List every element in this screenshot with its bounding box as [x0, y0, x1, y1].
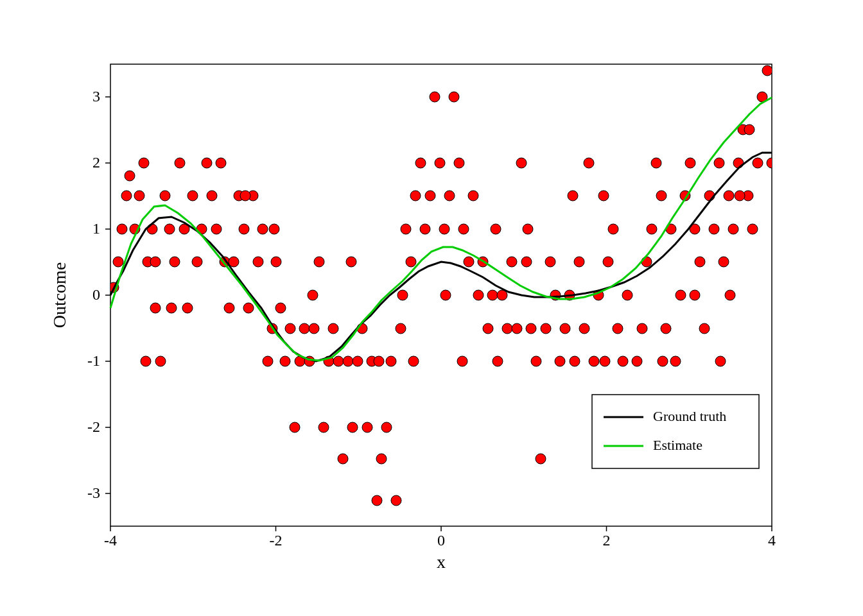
svg-point-20: [192, 257, 202, 267]
svg-point-158: [658, 356, 668, 366]
svg-point-81: [483, 323, 493, 334]
svg-point-90: [526, 323, 536, 334]
svg-point-52: [343, 356, 353, 366]
svg-point-18: [182, 303, 193, 313]
svg-point-5: [125, 171, 135, 181]
svg-point-151: [440, 290, 451, 300]
svg-point-78: [468, 191, 478, 201]
svg-point-61: [386, 356, 396, 366]
svg-point-71: [435, 158, 445, 168]
svg-point-41: [290, 422, 300, 432]
svg-point-136: [747, 224, 758, 234]
svg-point-43: [299, 323, 309, 334]
svg-point-63: [396, 323, 406, 334]
svg-point-30: [239, 224, 249, 234]
svg-point-14: [164, 224, 175, 234]
svg-point-67: [415, 158, 426, 168]
svg-point-51: [338, 454, 348, 464]
svg-point-97: [560, 323, 570, 334]
svg-point-116: [651, 158, 661, 168]
legend-box: [592, 395, 759, 468]
svg-point-113: [637, 323, 647, 334]
svg-point-162: [735, 191, 745, 201]
svg-point-62: [391, 495, 401, 506]
svg-point-94: [545, 257, 555, 267]
y-label-1: 1: [92, 220, 100, 237]
svg-point-137: [753, 158, 763, 168]
svg-point-92: [536, 454, 546, 464]
x-label-neg2: -2: [270, 532, 283, 549]
svg-point-147: [346, 257, 356, 267]
svg-point-112: [632, 356, 642, 366]
svg-point-143: [166, 303, 177, 313]
svg-point-46: [314, 257, 324, 267]
svg-point-141: [141, 356, 151, 366]
svg-point-118: [661, 323, 671, 334]
svg-point-89: [521, 257, 532, 267]
svg-point-13: [160, 191, 170, 201]
svg-point-79: [473, 290, 484, 300]
svg-point-35: [263, 356, 273, 366]
svg-point-105: [598, 191, 609, 201]
svg-point-60: [381, 422, 392, 432]
svg-point-47: [318, 422, 329, 432]
svg-point-58: [372, 495, 382, 506]
svg-point-24: [211, 224, 222, 234]
svg-point-3: [117, 224, 127, 234]
svg-point-34: [257, 224, 268, 234]
legend-estimate-label: Estimate: [653, 437, 702, 453]
svg-point-53: [347, 422, 358, 432]
y-label-0: 0: [92, 286, 100, 303]
svg-point-49: [328, 323, 338, 334]
svg-point-161: [725, 290, 735, 300]
x-axis-label: x: [437, 552, 446, 572]
svg-point-38: [275, 303, 286, 313]
svg-point-160: [715, 356, 726, 366]
svg-point-148: [374, 356, 384, 366]
svg-point-142: [150, 257, 161, 267]
svg-point-19: [187, 191, 198, 201]
x-label-neg4: -4: [104, 532, 117, 549]
svg-point-7: [134, 191, 144, 201]
svg-point-150: [408, 356, 419, 366]
svg-point-85: [502, 323, 512, 334]
svg-point-45: [309, 323, 319, 334]
svg-point-152: [457, 356, 467, 366]
svg-point-93: [541, 323, 551, 334]
svg-point-108: [613, 323, 623, 334]
y-label-neg3: -3: [87, 484, 100, 501]
svg-point-69: [425, 191, 435, 201]
y-label-2: 2: [92, 154, 100, 171]
svg-point-106: [603, 257, 613, 267]
svg-point-156: [600, 356, 610, 366]
svg-point-131: [724, 191, 734, 201]
svg-point-146: [308, 290, 318, 300]
svg-point-37: [271, 257, 281, 267]
svg-point-107: [608, 224, 618, 234]
svg-point-76: [458, 224, 469, 234]
svg-point-132: [728, 224, 738, 234]
svg-point-2: [113, 257, 123, 267]
svg-point-73: [444, 191, 455, 201]
svg-point-70: [430, 92, 440, 102]
svg-point-139: [762, 65, 772, 76]
legend-ground-truth-label: Ground truth: [653, 408, 726, 424]
svg-point-68: [420, 224, 430, 234]
svg-point-87: [512, 323, 522, 334]
svg-point-109: [618, 356, 628, 366]
chart-container: Outcome x -4 -2 0 2 4: [46, 38, 817, 578]
y-axis-label: Outcome: [49, 262, 69, 329]
svg-point-50: [333, 356, 344, 366]
svg-point-11: [150, 303, 161, 313]
svg-point-155: [568, 191, 578, 201]
svg-point-159: [690, 290, 700, 300]
svg-point-4: [121, 191, 132, 201]
svg-point-82: [487, 290, 498, 300]
svg-point-83: [493, 356, 503, 366]
svg-point-40: [285, 323, 295, 334]
y-label-neg2: -2: [87, 418, 100, 435]
svg-point-102: [584, 158, 594, 168]
svg-point-31: [243, 303, 254, 313]
svg-point-64: [401, 224, 411, 234]
svg-point-130: [719, 257, 729, 267]
